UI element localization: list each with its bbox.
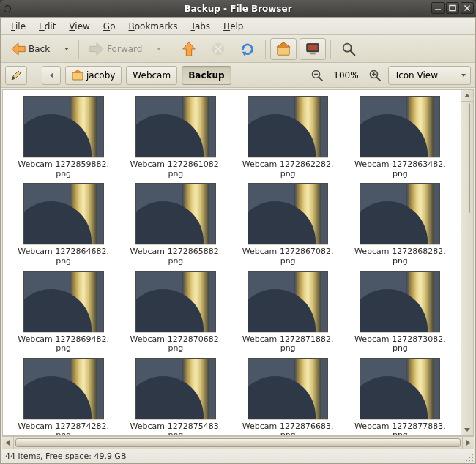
reload-button[interactable]: [234, 38, 261, 60]
file-name: Webcam-1272875483. png: [130, 422, 221, 435]
chevron-down-icon: [464, 428, 470, 432]
back-button[interactable]: Back: [5, 38, 55, 60]
file-thumbnail: [23, 271, 104, 332]
breadcrumb-label: Webcam: [133, 70, 171, 81]
stop-button: [205, 38, 231, 60]
zoom-out-button[interactable]: [308, 64, 326, 86]
pencil-icon: [10, 70, 22, 81]
file-item[interactable]: Webcam-1272874282. png: [7, 358, 119, 435]
svg-rect-8: [72, 72, 83, 80]
vertical-scrollbar[interactable]: [461, 90, 473, 435]
horizontal-scrollbar[interactable]: [2, 436, 474, 449]
scroll-down-button[interactable]: [461, 424, 473, 435]
home-button[interactable]: [270, 38, 297, 60]
file-item[interactable]: Webcam-1272875483. png: [119, 358, 231, 435]
file-thumbnail: [135, 183, 216, 244]
menubar: File Edit View Go Bookmarks Tabs Help: [1, 18, 475, 35]
file-name: Webcam-1272868282. png: [354, 247, 446, 266]
menu-tabs[interactable]: Tabs: [185, 19, 217, 34]
computer-button[interactable]: [300, 38, 326, 60]
file-name: Webcam-1272859882. png: [18, 160, 109, 179]
file-name: Webcam-1272874282. png: [18, 422, 109, 435]
home-icon: [275, 41, 291, 57]
back-label: Back: [29, 44, 50, 54]
menu-help[interactable]: Help: [217, 19, 249, 34]
file-name: Webcam-1272865882. png: [130, 247, 221, 266]
file-item[interactable]: Webcam-1272865882. png: [119, 183, 231, 266]
file-item[interactable]: Webcam-1272871882. png: [232, 271, 344, 353]
stop-icon: [210, 41, 226, 57]
file-thumbnail: [248, 183, 328, 244]
file-thumbnail: [360, 358, 440, 419]
scroll-thumb[interactable]: [469, 103, 470, 213]
toolbar-separator: [78, 40, 79, 59]
close-button[interactable]: [461, 2, 474, 14]
zoom-in-button[interactable]: [366, 64, 384, 86]
file-name: Webcam-1272873082. png: [354, 335, 446, 353]
breadcrumb-label: jacoby: [86, 70, 115, 81]
file-name: Webcam-1272861082. png: [130, 160, 221, 179]
chevron-left-icon: [6, 440, 10, 446]
file-item[interactable]: Webcam-1272876683. png: [232, 358, 344, 435]
menu-file[interactable]: File: [5, 19, 31, 34]
svg-rect-3: [278, 46, 290, 48]
chevron-left-icon: [50, 72, 53, 78]
search-button[interactable]: [335, 38, 362, 60]
breadcrumb-backup[interactable]: Backup: [182, 66, 231, 85]
file-name: Webcam-1272870682. png: [130, 335, 221, 353]
file-item[interactable]: Webcam-1272869482. png: [7, 271, 119, 353]
zoom-level: 100%: [330, 70, 361, 81]
file-name: Webcam-1272876683. png: [242, 422, 334, 435]
file-name: Webcam-1272863482. png: [354, 160, 446, 179]
file-item[interactable]: Webcam-1272868282. png: [344, 183, 456, 266]
minimize-button[interactable]: [431, 2, 445, 14]
zoom-in-icon: [368, 69, 382, 82]
breadcrumb-prev-button[interactable]: [42, 66, 61, 85]
search-icon: [341, 41, 357, 57]
scroll-thumb[interactable]: [15, 438, 461, 447]
zoom-out-icon: [310, 69, 324, 82]
icon-view[interactable]: Webcam-1272859882. pngWebcam-1272861082.…: [3, 90, 461, 435]
svg-rect-0: [450, 6, 455, 11]
file-thumbnail: [248, 358, 328, 419]
back-history-button[interactable]: [58, 38, 74, 60]
up-arrow-icon: [181, 41, 197, 57]
menu-view[interactable]: View: [63, 19, 95, 34]
file-thumbnail: [135, 271, 216, 332]
status-text: 44 items, Free space: 49.9 GB: [5, 452, 126, 461]
file-item[interactable]: Webcam-1272877883. png: [344, 358, 456, 435]
scroll-track[interactable]: [14, 437, 462, 449]
reload-icon: [239, 41, 256, 57]
file-item[interactable]: Webcam-1272863482. png: [344, 96, 456, 179]
breadcrumb-label: Backup: [188, 70, 224, 81]
file-item[interactable]: Webcam-1272859882. png: [7, 96, 119, 179]
menu-edit[interactable]: Edit: [33, 19, 62, 34]
file-item[interactable]: Webcam-1272870682. png: [119, 271, 231, 353]
file-item[interactable]: Webcam-1272873082. png: [344, 271, 456, 353]
menu-go[interactable]: Go: [97, 19, 122, 34]
resize-grip[interactable]: [464, 452, 474, 462]
titlebar[interactable]: Backup - File Browser: [0, 0, 476, 17]
file-item[interactable]: Webcam-1272861082. png: [119, 96, 231, 179]
edit-location-button[interactable]: [5, 66, 27, 85]
forward-arrow-icon: [89, 41, 105, 57]
file-item[interactable]: Webcam-1272867082. png: [232, 183, 344, 266]
toolbar-separator: [171, 40, 171, 59]
breadcrumb-home[interactable]: jacoby: [65, 66, 122, 85]
file-name: Webcam-1272869482. png: [18, 335, 109, 353]
up-button[interactable]: [176, 38, 202, 60]
toolbar-separator: [265, 40, 266, 59]
file-item[interactable]: Webcam-1272862282. png: [232, 96, 344, 179]
scroll-left-button[interactable]: [2, 437, 14, 449]
maximize-button[interactable]: [446, 2, 459, 14]
scroll-up-button[interactable]: [461, 90, 473, 102]
breadcrumb-webcam[interactable]: Webcam: [126, 66, 177, 85]
view-mode-select[interactable]: Icon View: [388, 66, 471, 85]
chevron-up-icon: [464, 94, 470, 97]
file-item[interactable]: Webcam-1272864682. png: [7, 183, 119, 266]
view-mode-label: Icon View: [396, 70, 438, 81]
menu-bookmarks[interactable]: Bookmarks: [122, 19, 183, 34]
back-arrow-icon: [10, 41, 26, 57]
scroll-right-button[interactable]: [462, 437, 474, 449]
file-thumbnail: [23, 183, 104, 244]
